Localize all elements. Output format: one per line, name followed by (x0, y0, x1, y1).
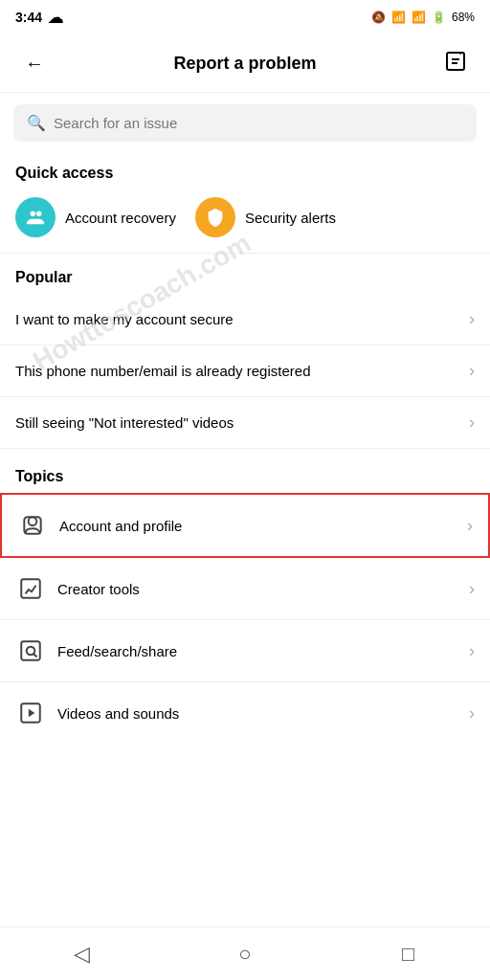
popular-item-secure-account[interactable]: I want to make my account secure › (0, 294, 490, 345)
svg-point-3 (31, 212, 36, 217)
popular-label: Popular (0, 257, 490, 294)
nav-home-icon: ○ (238, 942, 251, 967)
topics-section: Topics Account and profile › Creator (0, 457, 490, 744)
nav-back-icon: ◁ (74, 942, 90, 967)
wifi-icon: 📶 (391, 11, 406, 24)
popular-item-not-interested[interactable]: Still seeing "Not interested" videos › (0, 397, 490, 448)
videos-sounds-icon (15, 698, 46, 728)
topics-item-text-feed-search: Feed/search/share (57, 643, 469, 659)
divider-2 (0, 448, 490, 449)
quick-access-row: Account recovery Security alerts (0, 189, 490, 253)
search-icon: 🔍 (27, 114, 46, 132)
topics-item-creator-tools[interactable]: Creator tools › (0, 558, 490, 620)
signal-icon: 📶 (412, 11, 426, 24)
security-alerts-icon (195, 197, 235, 237)
page-title: Report a problem (54, 54, 436, 74)
bottom-nav: ◁ ○ □ (0, 926, 490, 980)
popular-item-text-1: I want to make my account secure (15, 311, 469, 327)
topics-label: Topics (0, 457, 490, 493)
svg-marker-12 (29, 709, 35, 718)
search-bar[interactable]: 🔍 (13, 104, 477, 142)
feed-search-icon (15, 635, 46, 666)
svg-rect-7 (21, 579, 40, 598)
status-left: 3:44 ☁ (15, 9, 63, 27)
svg-rect-0 (447, 53, 464, 70)
popular-item-text-2: This phone number/email is already regis… (15, 363, 469, 379)
svg-point-5 (29, 517, 37, 525)
security-alerts-label: Security alerts (245, 210, 336, 226)
popular-item-phone-registered[interactable]: This phone number/email is already regis… (0, 345, 490, 397)
nav-back-button[interactable]: ◁ (62, 935, 100, 973)
svg-rect-8 (21, 641, 40, 660)
topics-item-text-creator-tools: Creator tools (57, 581, 469, 597)
topics-item-videos-sounds[interactable]: Videos and sounds › (0, 682, 490, 744)
cloud-icon: ☁ (48, 9, 63, 27)
status-bar: 3:44 ☁ 🔕 📶 📶 🔋 68% (0, 0, 490, 34)
edit-icon (444, 50, 467, 78)
popular-section: Popular I want to make my account secure… (0, 257, 490, 448)
mute-icon: 🔕 (371, 11, 386, 24)
header: ← Report a problem (0, 34, 490, 93)
chevron-icon-1: › (469, 309, 475, 329)
topics-item-text-account-profile: Account and profile (59, 518, 467, 534)
nav-home-button[interactable]: ○ (226, 935, 264, 973)
status-right: 🔕 📶 📶 🔋 68% (371, 11, 475, 24)
quick-access-account-recovery[interactable]: Account recovery (15, 197, 176, 237)
nav-square-button[interactable]: □ (390, 935, 428, 973)
topics-item-feed-search[interactable]: Feed/search/share › (0, 620, 490, 682)
chevron-icon-2: › (469, 361, 475, 381)
topics-item-text-videos-sounds: Videos and sounds (57, 705, 469, 722)
chevron-icon-feed-search: › (469, 641, 475, 661)
action-button[interactable] (436, 44, 475, 82)
divider-1 (0, 253, 490, 254)
popular-item-text-3: Still seeing "Not interested" videos (15, 414, 469, 431)
chevron-icon-3: › (469, 412, 475, 433)
chevron-icon-creator-tools: › (469, 579, 475, 599)
battery-level: 68% (452, 11, 475, 24)
svg-line-10 (33, 654, 36, 657)
chevron-icon-account-profile: › (467, 516, 473, 536)
account-profile-icon (17, 510, 48, 541)
svg-point-9 (27, 647, 35, 656)
battery-icon: 🔋 (432, 11, 446, 24)
account-recovery-icon (15, 197, 56, 237)
creator-tools-icon (15, 573, 46, 604)
quick-access-label: Quick access (0, 153, 490, 189)
account-recovery-label: Account recovery (65, 210, 176, 226)
topics-item-account-profile[interactable]: Account and profile › (0, 493, 490, 558)
quick-access-security-alerts[interactable]: Security alerts (195, 197, 336, 237)
svg-point-4 (36, 212, 41, 217)
nav-square-icon: □ (402, 942, 414, 967)
back-icon: ← (25, 53, 44, 75)
search-input[interactable] (54, 115, 463, 131)
chevron-icon-videos-sounds: › (469, 703, 475, 724)
back-button[interactable]: ← (15, 44, 54, 82)
time: 3:44 (15, 10, 42, 25)
